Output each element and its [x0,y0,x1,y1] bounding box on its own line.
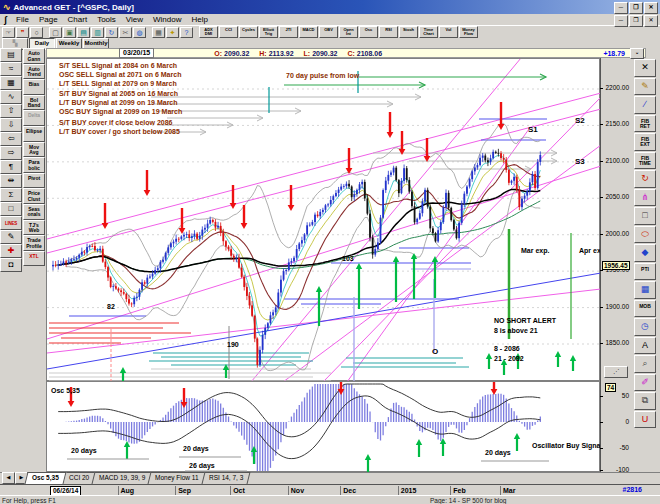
gann-grid-icon[interactable]: ▦ [0,76,22,90]
refresh-icon[interactable]: ↻ [105,27,118,38]
undo-tool-icon[interactable]: U [634,411,656,429]
study-button-macd[interactable]: MACD [299,26,318,38]
clock-tool-icon[interactable]: ◷ [634,318,656,336]
menu-chart[interactable]: Chart [63,15,93,24]
close-tool-icon[interactable]: ✕ [634,59,656,77]
printer-icon[interactable]: ▦ [152,27,165,38]
quote-dropdown-button[interactable]: ⌄ [630,48,644,59]
new-page-icon[interactable]: ▢ [49,27,62,38]
title-bar[interactable]: ∿ Advanced GET - [^GSPC, Daily] ─❐✕ [0,0,660,14]
scroll-right-icon[interactable]: ⇨ [0,146,22,160]
tool-mov-avg[interactable]: MovAvg [23,142,45,158]
menu-page[interactable]: Page [34,15,63,24]
bar-number-icon[interactable]: ¶ [0,160,22,174]
scroll-left-icon[interactable]: ⇦ [0,132,22,146]
open-chart-icon[interactable]: ▤ [0,48,22,62]
study-button-adx-dmi[interactable]: ADXDMI [199,26,218,38]
box-tool-icon[interactable]: □ [0,202,22,216]
text-tool-icon[interactable]: A [634,337,656,355]
red-cross-icon[interactable]: ✚ [0,244,22,258]
study-button-elliott-trig[interactable]: ElliottTrig [259,26,278,38]
study-tab-osc-5-35[interactable]: Osc 5,35 [25,472,67,484]
study-button-time-chart[interactable]: TimeChart [419,26,438,38]
study-button-obv[interactable]: OBV [319,26,338,38]
scroll-down-icon[interactable]: ⇩ [0,118,22,132]
tool-auto-gann[interactable]: AutoGann [23,48,45,64]
minimize-button[interactable]: ─ [614,2,628,14]
draw-pencil-icon[interactable]: ✎ [0,230,22,244]
study-tab-macd-19-39-9[interactable]: MACD 19, 39, 9 [91,472,152,484]
fib-extension-button[interactable]: FIBEXT [634,133,656,151]
gann-circle-icon[interactable]: ↻ [634,170,656,188]
paint-tool-icon[interactable]: ✐ [634,374,656,392]
tab-scroll-left[interactable]: ◀ [2,472,15,484]
study-button-cci[interactable]: CCI [219,26,238,38]
menu-view[interactable]: View [121,15,148,24]
study-button-jti[interactable]: JTI [279,26,298,38]
circle-tool-icon[interactable]: ○ [30,27,43,38]
menu-help[interactable]: Help [186,15,212,24]
tool-pivot[interactable]: Pivot [23,173,45,189]
oscillator-panel[interactable]: 20 days20 days26 days20 daysOscillator B… [46,381,600,472]
study-button-rsi[interactable]: RSI [379,26,398,38]
study-tab-rsi-14-7-3[interactable]: RSI 14, 7, 3 [201,472,250,484]
key-icon[interactable]: ✦ [166,27,179,38]
tool-delta[interactable]: Delta [23,110,45,126]
pti-button[interactable]: PTI [634,263,656,281]
tool-auto-trend[interactable]: AutoTrend [23,64,45,80]
lines-tool-button[interactable]: LINES [0,216,22,230]
tool-para-bolic[interactable]: Parabolic [23,157,45,173]
scroll-up-icon[interactable]: ⇧ [0,104,22,118]
zoom-tool-icon[interactable]: ⌕ [634,355,656,373]
study-button-cycles[interactable]: Cycles [239,26,258,38]
tool-price-clust[interactable]: PriceClust [23,188,45,204]
tool-trade-profile[interactable]: TradeProfile [23,235,45,251]
print-preview-icon[interactable]: ▥ [91,27,104,38]
cut-icon[interactable]: ✂ [119,27,132,38]
fib-time-button[interactable]: FIBTIME [634,152,656,170]
rectangle-tool-icon[interactable]: □ [634,207,656,225]
study-button-osc[interactable]: Osc [359,26,378,38]
pitchfork-icon[interactable]: ⋔ [634,189,656,207]
tool-bol-band[interactable]: BolBand [23,95,45,111]
tool-ellipse[interactable]: Ellipse [23,126,45,142]
globe-chart-icon[interactable]: ◍ [133,27,146,38]
trendline-tool-icon[interactable]: ∕ [634,96,656,114]
pointer-icon[interactable]: ☞ [2,27,15,38]
study-button-open-int[interactable]: OpenInt [339,26,358,38]
menu-tools[interactable]: Tools [92,15,121,24]
tool-xtl[interactable]: XTL [23,251,45,267]
osc-tick: 50 [601,392,629,399]
child-window-icon[interactable]: ʃ [4,15,7,25]
print-icon[interactable]: ▤ [77,27,90,38]
study-button-vol[interactable]: Vol [439,26,458,38]
price-chart-panel[interactable]: S/T SELL Signal at 2084 on 6 MarchOSC SE… [46,58,600,381]
help-pointer-icon[interactable]: ? [180,27,193,38]
wave-icon[interactable]: ≈ [0,62,22,76]
sum-icon[interactable]: Σ [0,188,22,202]
menu-file[interactable]: File [11,15,34,24]
diamond-tool-icon[interactable]: ◆ [634,244,656,262]
elliott-wave-icon[interactable]: ∿ [0,90,22,104]
ellipse-tool-icon[interactable]: ⬭ [634,226,656,244]
study-tab-money-flow-11[interactable]: Money Flow 11 [148,472,207,484]
menu-window[interactable]: Window [148,15,186,24]
exit-door-icon[interactable]: ◘ [0,258,22,272]
mob-button[interactable]: MOB [634,300,656,318]
tool-tjs-web[interactable]: TJ'sWeb [23,220,45,236]
grid-tool-icon[interactable]: ▦ [634,281,656,299]
fib-retracement-button[interactable]: FIBRET [634,115,656,133]
left-tool-sidebar: ▤≈▦∿⇧⇩⇦⇨¶⇹Σ□LINES✎✚◘ AutoGannAutoTrendBi… [0,48,46,472]
close-button[interactable]: ✕ [644,2,658,14]
compress-icon[interactable]: ⇹ [0,174,22,188]
study-button-stoch[interactable]: Stoch [399,26,418,38]
snapshot-icon[interactable]: ▣ [63,27,76,38]
copy-tool-icon[interactable]: ⧉ [634,392,656,410]
restore-button[interactable]: ❐ [629,2,643,14]
tool-bias[interactable]: Bias [23,79,45,95]
tool-seas-onals[interactable]: Seasonals [23,204,45,220]
pencil-tool-icon[interactable]: ✎ [634,78,656,96]
study-button-money-flow[interactable]: MoneyFlow [459,26,478,38]
quote-marks-icon[interactable]: ❞ [16,27,29,38]
axis-settings-button[interactable]: ⋰ [604,366,628,378]
